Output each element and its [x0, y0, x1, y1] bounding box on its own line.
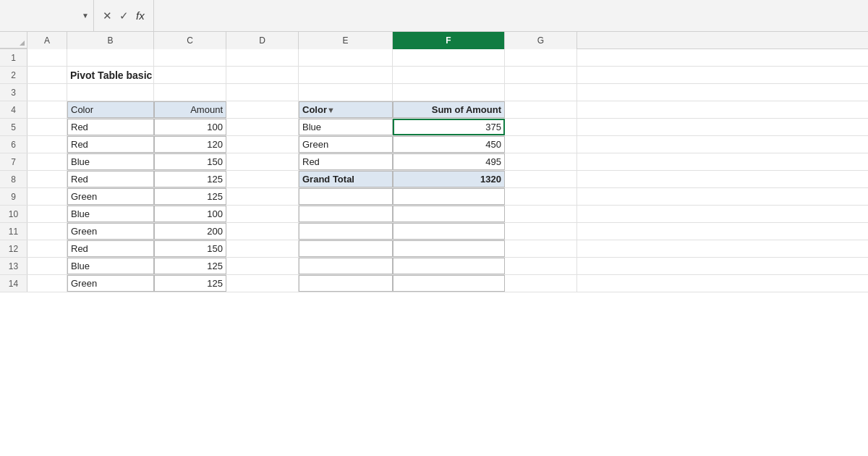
- cell-c4[interactable]: Amount: [154, 101, 226, 118]
- cell-b5[interactable]: Red: [67, 119, 154, 135]
- cell-e3[interactable]: [299, 84, 393, 101]
- cell-b11[interactable]: Green: [67, 223, 154, 240]
- cell-d7[interactable]: [226, 153, 299, 170]
- cell-e14[interactable]: [299, 275, 393, 292]
- col-header-e[interactable]: E: [299, 32, 393, 49]
- cell-f3[interactable]: [393, 84, 505, 101]
- cell-b7[interactable]: Blue: [67, 153, 154, 170]
- cell-f13[interactable]: [393, 258, 505, 274]
- cell-e9[interactable]: [299, 188, 393, 205]
- col-header-g[interactable]: G: [505, 32, 577, 49]
- cell-a10[interactable]: [27, 206, 67, 222]
- cell-b9[interactable]: Green: [67, 188, 154, 205]
- cell-d14[interactable]: [226, 275, 299, 292]
- cell-c8[interactable]: 125: [154, 171, 226, 187]
- cell-d12[interactable]: [226, 240, 299, 257]
- cell-b6[interactable]: Red: [67, 136, 154, 153]
- cell-g11[interactable]: [505, 223, 577, 240]
- cell-f9[interactable]: [393, 188, 505, 205]
- cell-e10[interactable]: [299, 206, 393, 222]
- cell-c5[interactable]: 100: [154, 119, 226, 135]
- cell-b8[interactable]: Red: [67, 171, 154, 187]
- confirm-icon[interactable]: ✓: [119, 9, 129, 22]
- cell-a5[interactable]: [27, 119, 67, 135]
- cell-f7[interactable]: 495: [393, 153, 505, 170]
- cell-a14[interactable]: [27, 275, 67, 292]
- cell-e11[interactable]: [299, 223, 393, 240]
- cell-e4[interactable]: Color ▼: [299, 101, 393, 118]
- cell-a1[interactable]: [27, 49, 67, 66]
- cell-d5[interactable]: [226, 119, 299, 135]
- cell-d6[interactable]: [226, 136, 299, 153]
- cell-c10[interactable]: 100: [154, 206, 226, 222]
- cell-f6[interactable]: 450: [393, 136, 505, 153]
- cell-e7[interactable]: Red: [299, 153, 393, 170]
- cell-g7[interactable]: [505, 153, 577, 170]
- function-icon[interactable]: fx: [136, 9, 145, 22]
- cell-f4[interactable]: Sum of Amount: [393, 101, 505, 118]
- cell-g12[interactable]: [505, 240, 577, 257]
- cell-e6[interactable]: Green: [299, 136, 393, 153]
- cell-a3[interactable]: [27, 84, 67, 101]
- col-header-a[interactable]: A: [27, 32, 67, 49]
- cell-c12[interactable]: 150: [154, 240, 226, 257]
- cell-b10[interactable]: Blue: [67, 206, 154, 222]
- cell-d1[interactable]: [226, 49, 299, 66]
- cell-d9[interactable]: [226, 188, 299, 205]
- cell-f2[interactable]: [393, 67, 505, 83]
- cell-b13[interactable]: Blue: [67, 258, 154, 274]
- cell-g6[interactable]: [505, 136, 577, 153]
- cell-a11[interactable]: [27, 223, 67, 240]
- cell-g5[interactable]: [505, 119, 577, 135]
- cell-c14[interactable]: 125: [154, 275, 226, 292]
- cell-e2[interactable]: [299, 67, 393, 83]
- cell-g10[interactable]: [505, 206, 577, 222]
- cell-c3[interactable]: [154, 84, 226, 101]
- cell-a7[interactable]: [27, 153, 67, 170]
- col-header-b[interactable]: B: [67, 32, 154, 49]
- col-header-d[interactable]: D: [226, 32, 299, 49]
- cell-f14[interactable]: [393, 275, 505, 292]
- cell-b14[interactable]: Green: [67, 275, 154, 292]
- cell-e1[interactable]: [299, 49, 393, 66]
- cell-a9[interactable]: [27, 188, 67, 205]
- cell-c2[interactable]: [154, 67, 226, 83]
- cell-f10[interactable]: [393, 206, 505, 222]
- cell-g1[interactable]: [505, 49, 577, 66]
- cell-b3[interactable]: [67, 84, 154, 101]
- cell-d4[interactable]: [226, 101, 299, 118]
- cell-d10[interactable]: [226, 206, 299, 222]
- cell-b12[interactable]: Red: [67, 240, 154, 257]
- cell-d13[interactable]: [226, 258, 299, 274]
- cell-g9[interactable]: [505, 188, 577, 205]
- cell-e5[interactable]: Blue: [299, 119, 393, 135]
- cell-g8[interactable]: [505, 171, 577, 187]
- cell-b1[interactable]: [67, 49, 154, 66]
- cancel-icon[interactable]: ✕: [103, 9, 112, 22]
- cell-f11[interactable]: [393, 223, 505, 240]
- cell-g3[interactable]: [505, 84, 577, 101]
- cell-a8[interactable]: [27, 171, 67, 187]
- cell-a4[interactable]: [27, 101, 67, 118]
- cell-d8[interactable]: [226, 171, 299, 187]
- cell-e12[interactable]: [299, 240, 393, 257]
- col-header-f[interactable]: F: [393, 32, 505, 49]
- cell-a6[interactable]: [27, 136, 67, 153]
- cell-reference-box[interactable]: ▼: [0, 0, 94, 31]
- cell-c7[interactable]: 150: [154, 153, 226, 170]
- cell-f5[interactable]: 375: [393, 119, 505, 135]
- cell-e8[interactable]: Grand Total: [299, 171, 393, 187]
- cell-c11[interactable]: 200: [154, 223, 226, 240]
- cell-a13[interactable]: [27, 258, 67, 274]
- cell-c6[interactable]: 120: [154, 136, 226, 153]
- cell-f1[interactable]: [393, 49, 505, 66]
- cell-a12[interactable]: [27, 240, 67, 257]
- cell-g13[interactable]: [505, 258, 577, 274]
- col-header-c[interactable]: C: [154, 32, 226, 49]
- cell-f12[interactable]: [393, 240, 505, 257]
- cell-d2[interactable]: [226, 67, 299, 83]
- cell-f8[interactable]: 1320: [393, 171, 505, 187]
- cell-c9[interactable]: 125: [154, 188, 226, 205]
- cell-c1[interactable]: [154, 49, 226, 66]
- cell-a2[interactable]: [27, 67, 67, 83]
